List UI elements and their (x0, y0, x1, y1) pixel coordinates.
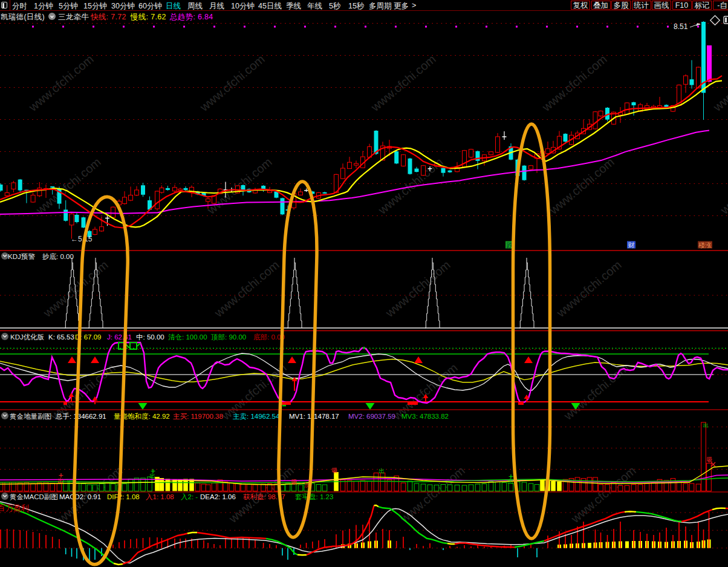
svg-text:清仓: 100.00: 清仓: 100.00 (168, 333, 207, 341)
svg-text:出: 出 (379, 468, 385, 474)
svg-text:J: 62.41: J: 62.41 (107, 333, 132, 341)
svg-text:财: 财 (628, 241, 635, 249)
svg-text:www.cfchi.com: www.cfchi.com (212, 258, 282, 320)
svg-text:出: 出 (507, 478, 513, 485)
svg-text:8.51: 8.51 (674, 22, 688, 31)
svg-text:MV2: 69037.59: MV2: 69037.59 (348, 413, 395, 420)
svg-text:www.cfchi.com: www.cfchi.com (397, 464, 467, 526)
svg-text:www.cfchi.com: www.cfchi.com (554, 258, 624, 320)
svg-text:吸: 吸 (332, 467, 338, 474)
svg-text:出: 出 (703, 422, 709, 428)
svg-text:吸: 吸 (291, 479, 297, 485)
svg-text:www.cfchi.com: www.cfchi.com (383, 258, 453, 320)
svg-text:DIF2: 1.08: DIF2: 1.08 (107, 493, 140, 500)
svg-text:www.cfchi.com: www.cfchi.com (725, 258, 728, 320)
svg-text:黄金MACD副图: 黄金MACD副图 (10, 493, 58, 500)
svg-text:www.cfchi.com: www.cfchi.com (197, 52, 267, 114)
svg-text:主卖: 14962.54: 主卖: 14962.54 (233, 413, 280, 420)
svg-text:总手: 134662.91: 总手: 134662.91 (55, 413, 106, 420)
svg-text:抄底: 0.00: 抄底: 0.00 (42, 253, 74, 260)
svg-text:K: 65.53: K: 65.53 (48, 333, 74, 341)
svg-text:黄金地量副图: 黄金地量副图 (10, 413, 51, 420)
svg-text:DEA2: 1.06: DEA2: 1.06 (200, 493, 236, 500)
svg-text:www.cfchi.com: www.cfchi.com (539, 52, 609, 114)
svg-text:www.cfchi.com: www.cfchi.com (718, 155, 728, 217)
svg-text:楼涨: 楼涨 (698, 241, 712, 249)
svg-text:顶部: 90.00: 顶部: 90.00 (210, 333, 246, 341)
svg-text:←5.15: ←5.15 (71, 235, 93, 243)
svg-text:吸: 吸 (707, 456, 713, 463)
svg-text:底部: 0.00: 底部: 0.00 (253, 333, 285, 341)
svg-text:KDJ优化版: KDJ优化版 (10, 333, 44, 341)
svg-text:中: 50.00: 中: 50.00 (136, 333, 164, 341)
svg-text:出: 出 (149, 473, 155, 479)
svg-text:www.cfchi.com: www.cfchi.com (26, 52, 96, 114)
svg-text:MV3: 47833.82: MV3: 47833.82 (401, 413, 449, 420)
svg-text:MACD2: 0.91: MACD2: 0.91 (59, 493, 101, 500)
svg-text:套牢盘: 1.23: 套牢盘: 1.23 (295, 493, 333, 500)
svg-text:KDJ预警: KDJ预警 (8, 253, 35, 260)
svg-text:出: 出 (57, 477, 63, 484)
svg-text:百万盈利: 百万盈利 (0, 503, 29, 513)
svg-text:主买: 119700.38: 主买: 119700.38 (173, 413, 223, 420)
svg-text:入2: -: 入2: - (181, 493, 198, 500)
svg-text:www.cfchi.com: www.cfchi.com (368, 52, 438, 114)
svg-text:入1: 1.08: 入1: 1.08 (146, 493, 174, 500)
